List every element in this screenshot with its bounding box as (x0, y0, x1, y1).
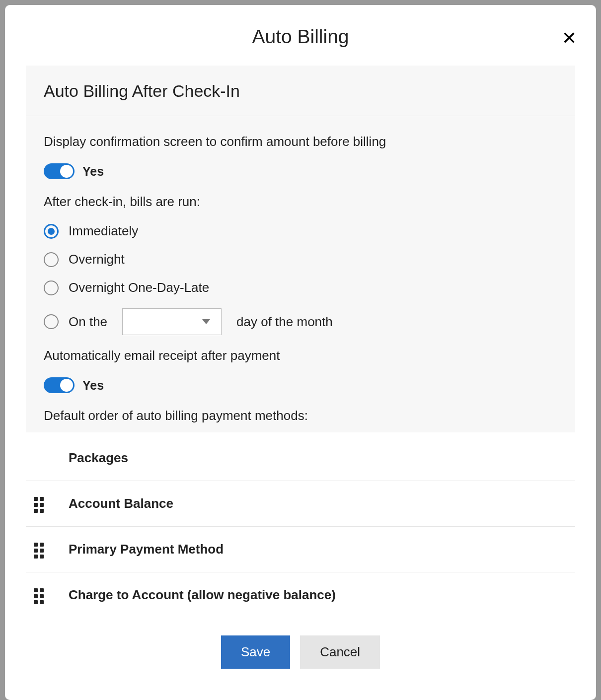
email-receipt-toggle[interactable] (44, 377, 75, 393)
drag-handle-icon[interactable] (34, 543, 44, 557)
bills-run-label: After check-in, bills are run: (44, 194, 557, 210)
radio-overnight-late-row: Overnight One-Day-Late (44, 280, 557, 295)
radio-on-day[interactable] (44, 314, 59, 329)
on-the-prefix: On the (69, 314, 107, 330)
drag-handle-icon[interactable] (34, 497, 44, 511)
email-receipt-label: Automatically email receipt after paymen… (44, 348, 557, 363)
confirm-toggle-label: Yes (82, 164, 104, 179)
toggle-knob (60, 379, 73, 392)
list-item-packages: Packages (26, 432, 575, 481)
modal-header: Auto Billing (5, 5, 596, 66)
radio-overnight-row: Overnight (44, 252, 557, 267)
radio-immediately-row: Immediately (44, 223, 557, 239)
email-receipt-toggle-label: Yes (82, 378, 104, 393)
radio-overnight-late-label: Overnight One-Day-Late (69, 280, 209, 295)
toggle-knob (60, 165, 73, 178)
close-icon (562, 31, 576, 45)
panel-body: Display confirmation screen to confirm a… (26, 116, 575, 432)
radio-overnight-late[interactable] (44, 280, 59, 295)
close-button[interactable] (562, 31, 576, 45)
radio-overnight[interactable] (44, 252, 59, 267)
on-the-suffix: day of the month (236, 314, 333, 330)
email-receipt-toggle-row: Yes (44, 377, 557, 393)
drag-handle-icon[interactable] (34, 588, 44, 602)
cancel-button[interactable]: Cancel (300, 635, 380, 669)
confirm-screen-label: Display confirmation screen to confirm a… (44, 134, 557, 149)
radio-on-day-row: On the day of the month (44, 308, 557, 335)
payment-order-label: Default order of auto billing payment me… (44, 408, 557, 423)
primary-payment-label: Primary Payment Method (58, 542, 224, 557)
modal-title: Auto Billing (5, 26, 596, 48)
radio-overnight-label: Overnight (69, 252, 125, 267)
list-item-account-balance[interactable]: Account Balance (26, 481, 575, 527)
list-item-charge-account[interactable]: Charge to Account (allow negative balanc… (26, 572, 575, 618)
packages-label: Packages (58, 450, 128, 466)
panel-header: Auto Billing After Check-In (26, 66, 575, 116)
save-button[interactable]: Save (221, 635, 290, 669)
radio-immediately[interactable] (44, 224, 59, 239)
confirm-toggle[interactable] (44, 163, 75, 179)
payment-methods-list: Packages Account Balance Primary Payment… (26, 432, 575, 618)
auto-billing-modal: Auto Billing Auto Billing After Check-In… (5, 5, 596, 700)
confirm-toggle-row: Yes (44, 163, 557, 179)
modal-footer: Save Cancel (5, 618, 596, 679)
account-balance-label: Account Balance (58, 496, 173, 511)
panel-title: Auto Billing After Check-In (44, 81, 557, 101)
charge-account-label: Charge to Account (allow negative balanc… (58, 587, 336, 603)
list-item-primary-payment[interactable]: Primary Payment Method (26, 527, 575, 572)
settings-panel: Auto Billing After Check-In Display conf… (26, 66, 575, 432)
day-of-month-select[interactable] (122, 308, 222, 335)
radio-immediately-label: Immediately (69, 223, 138, 239)
